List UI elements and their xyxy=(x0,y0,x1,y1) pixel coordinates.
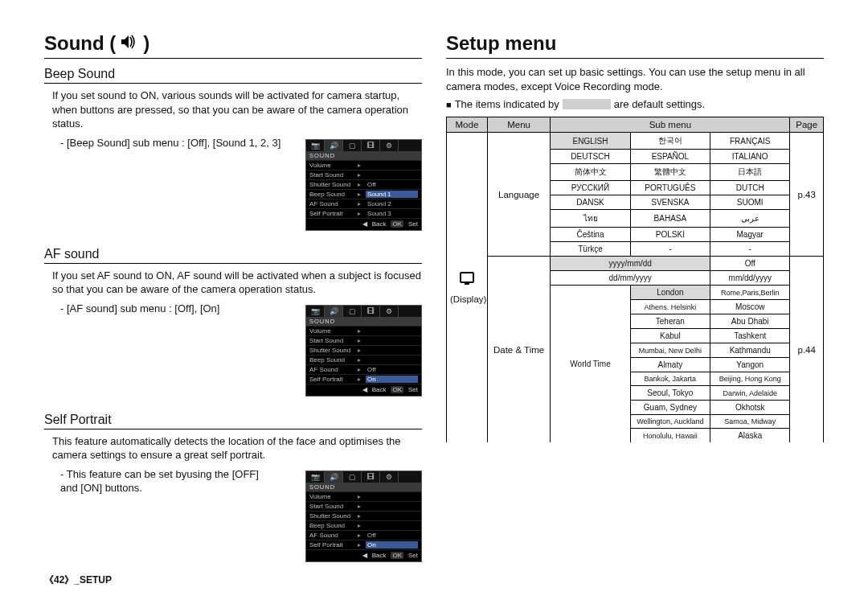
svg-marker-0 xyxy=(121,35,129,48)
note-suffix: are default settings. xyxy=(614,98,705,110)
lang-cell: FRANÇAIS xyxy=(710,133,790,150)
city-cell: Abu Dhabi xyxy=(710,314,790,329)
lang-cell: ไทย xyxy=(551,210,630,228)
city-cell: Mumbai, New Delhi xyxy=(630,343,710,358)
city-cell: Athens. Helsinki xyxy=(630,300,710,314)
manual-page: Sound ( ) Beep Sound If you set sound to… xyxy=(0,0,868,600)
city-cell: Almaty xyxy=(630,358,710,372)
city-cell: Tashkent xyxy=(710,329,790,343)
sound-heading: Sound ( ) xyxy=(44,32,422,55)
dt-cell: Off xyxy=(710,257,790,271)
dt-cell: yyyy/mm/dd xyxy=(551,257,710,271)
self-portrait-heading: Self Portrait xyxy=(44,413,422,429)
mode-label: (Display) xyxy=(450,294,486,304)
lang-cell: PORTUGUÊS xyxy=(630,181,710,195)
lang-cell: Türkçe xyxy=(551,242,630,257)
th-menu: Menu xyxy=(487,117,551,133)
city-cell: Yangon xyxy=(710,358,790,372)
city-cell: Samoa, Midway xyxy=(710,415,790,429)
lang-cell: 简体中文 xyxy=(551,164,630,181)
menu-language: Language xyxy=(487,133,551,257)
speaker-icon xyxy=(121,32,138,55)
setup-table: Mode Menu Sub menu Page (Display) Langua… xyxy=(446,117,824,442)
lang-cell: 한국어 xyxy=(630,133,710,150)
setup-intro: In this mode, you can set up basic setti… xyxy=(446,65,824,93)
lang-cell: 日本語 xyxy=(710,164,790,181)
th-page: Page xyxy=(790,117,824,133)
setup-menu-heading: Setup menu xyxy=(446,32,824,55)
heading-rule xyxy=(44,58,422,59)
menu-datetime: Date & Time xyxy=(487,257,551,443)
beep-sound-heading: Beep Sound xyxy=(44,67,422,84)
lang-cell: Čeština xyxy=(551,228,630,242)
default-note: ■ The items indicated by are default set… xyxy=(446,98,824,110)
city-cell: Teheran xyxy=(630,314,710,329)
th-mode: Mode xyxy=(447,117,488,133)
page-footer: 《42》_SETUP xyxy=(44,573,112,587)
setup-menu-heading-text: Setup menu xyxy=(446,32,556,55)
display-icon xyxy=(460,272,474,283)
lang-cell: DUTCH xyxy=(710,181,790,195)
lang-cell: BAHASA xyxy=(630,210,710,228)
sound-heading-prefix: Sound ( xyxy=(44,32,116,55)
lang-cell: SUOMI xyxy=(710,195,790,210)
lang-cell: - xyxy=(630,242,710,257)
city-cell: Kathmandu xyxy=(710,343,790,358)
self-portrait-screenshot: 📷🔊▢🎞⚙SOUNDVolume▸Start Sound▸Shutter Sou… xyxy=(305,471,422,562)
page-datetime: p.44 xyxy=(790,257,824,443)
city-cell: Kabul xyxy=(630,329,710,343)
af-sound-heading: AF sound xyxy=(44,247,422,264)
page-language: p.43 xyxy=(790,133,824,257)
dt-cell: mm/dd/yyyy xyxy=(710,271,790,286)
lang-cell: DANSK xyxy=(551,195,630,210)
lang-cell: РУССКИЙ xyxy=(551,181,630,195)
city-cell: Alaska xyxy=(710,429,790,443)
note-prefix: The items indicated by xyxy=(455,98,559,110)
lang-cell: POLSKI xyxy=(630,228,710,242)
lang-cell: SVENSKA xyxy=(630,195,710,210)
table-header-row: Mode Menu Sub menu Page xyxy=(447,117,824,133)
city-cell: Okhotsk xyxy=(710,401,790,415)
lang-cell: - xyxy=(710,242,790,257)
af-sound-screenshot: 📷🔊▢🎞⚙SOUNDVolume▸Start Sound▸Shutter Sou… xyxy=(305,305,422,397)
lang-cell: DEUTSCH xyxy=(551,150,630,164)
beep-sound-body: If you set sound to ON, various sounds w… xyxy=(52,88,422,131)
lang-cell: عربي xyxy=(710,210,790,228)
city-cell: London xyxy=(630,286,710,300)
heading-rule xyxy=(446,58,824,59)
city-cell: Bankok, Jakarta xyxy=(630,372,710,386)
mode-cell: (Display) xyxy=(447,133,488,443)
city-cell: Honolulu, Hawaii xyxy=(630,429,710,443)
lang-cell: Magyar xyxy=(710,228,790,242)
city-cell: Guam, Sydney xyxy=(630,401,710,415)
lang-cell: ESPAÑOL xyxy=(630,150,710,164)
lang-cell: ENGLISH xyxy=(551,133,630,150)
right-column: Setup menu In this mode, you can set up … xyxy=(446,32,824,570)
sound-heading-suffix: ) xyxy=(143,32,149,55)
af-sound-body: If you set AF sound to ON, AF sound will… xyxy=(52,269,422,297)
city-cell: Wellington, Auckland xyxy=(630,415,710,429)
worldtime-label: World Time xyxy=(551,286,630,443)
beep-sound-screenshot: 📷🔊▢🎞⚙SOUNDVolume▸Start Sound▸Shutter Sou… xyxy=(305,139,422,231)
city-cell: Rome,Paris,Berlin xyxy=(710,286,790,300)
lang-cell: ITALIANO xyxy=(710,150,790,164)
lang-cell: 繁體中文 xyxy=(630,164,710,181)
bullet-icon: ■ xyxy=(446,100,452,109)
self-portrait-submenu: - This feature can be set byusing the [O… xyxy=(60,467,269,495)
city-cell: Beijing, Hong Kong xyxy=(710,372,790,386)
default-swatch xyxy=(563,99,611,109)
self-portrait-body: This feature automatically detects the l… xyxy=(52,434,422,462)
dt-cell: dd/mm/yyyy xyxy=(551,271,710,286)
left-column: Sound ( ) Beep Sound If you set sound to… xyxy=(44,32,422,570)
city-cell: Darwin, Adelaide xyxy=(710,386,790,401)
th-submenu: Sub menu xyxy=(551,117,790,133)
city-cell: Moscow xyxy=(710,300,790,314)
city-cell: Seoul, Tokyo xyxy=(630,386,710,401)
